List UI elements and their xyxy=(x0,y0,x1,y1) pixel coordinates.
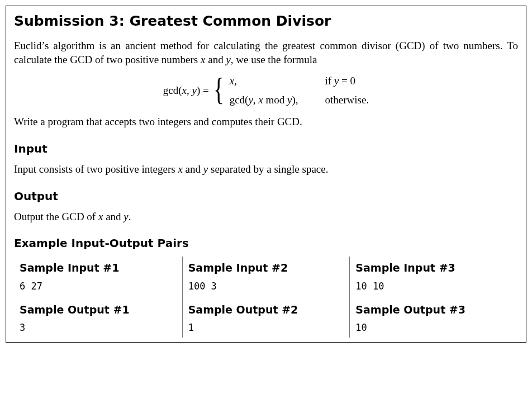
case1-condition: if y = 0 xyxy=(325,74,369,88)
var-x: x xyxy=(230,75,234,87)
input-heading: Input xyxy=(14,141,518,156)
input-text-3: separated by a single space. xyxy=(208,163,328,175)
lhs-comma: , xyxy=(187,84,192,96)
sample-input-label: Sample Input #2 xyxy=(188,261,344,276)
var-y: y xyxy=(203,163,208,175)
output-text-3: . xyxy=(129,211,131,222)
output-heading: Output xyxy=(14,189,518,204)
var-y: y xyxy=(192,84,197,96)
var-x: x xyxy=(178,163,182,175)
sample-input-label: Sample Input #1 xyxy=(20,261,177,276)
case2-condition: otherwise. xyxy=(325,93,369,107)
output-description: Output the GCD of x and y. xyxy=(14,210,518,224)
problem-statement-box: Submission 3: Greatest Common Divisor Eu… xyxy=(6,6,526,343)
var-x: x xyxy=(258,94,263,106)
gcd-func: gcd xyxy=(230,94,245,106)
sample-col-1: Sample Input #1 6 27 Sample Output #1 3 xyxy=(14,257,182,338)
intro-text-3: , we use the formula xyxy=(231,54,317,65)
case1-comma: , xyxy=(234,75,237,87)
gcd-func: gcd xyxy=(163,84,178,96)
samples-table: Sample Input #1 6 27 Sample Output #1 3 … xyxy=(14,257,518,338)
formula-cases: x, if y = 0 gcd(y, x mod y), otherwise. xyxy=(230,74,369,107)
formula: gcd(x, y) = { x, if y = 0 gcd(y, x mod y… xyxy=(163,74,369,107)
var-y: y xyxy=(248,94,253,106)
output-text-1: Output the GCD of xyxy=(14,211,98,222)
sample-output-value: 1 xyxy=(188,321,344,334)
sample-output-value: 3 xyxy=(20,321,177,334)
eq-zero: = 0 xyxy=(339,75,355,87)
var-y: y xyxy=(124,211,128,222)
var-y: y xyxy=(226,54,230,65)
if-text: if xyxy=(325,75,334,87)
paren-close-eq: ) = xyxy=(197,84,209,96)
var-x: x xyxy=(182,84,187,96)
task-line: Write a program that accepts two integer… xyxy=(14,115,518,129)
intro-text-2: and xyxy=(205,54,226,65)
sample-col-2: Sample Input #2 100 3 Sample Output #2 1 xyxy=(182,257,350,338)
sample-input-label: Sample Input #3 xyxy=(355,261,512,276)
sample-output-label: Sample Output #2 xyxy=(188,303,344,317)
sample-input-value: 6 27 xyxy=(20,280,177,293)
formula-block: gcd(x, y) = { x, if y = 0 gcd(y, x mod y… xyxy=(14,74,518,107)
mod-text: mod xyxy=(263,94,287,106)
input-text-1: Input consists of two positive integers xyxy=(14,163,178,175)
sample-output-label: Sample Output #3 xyxy=(355,303,512,317)
brace-icon: { xyxy=(213,74,224,105)
case1-value: x, xyxy=(230,74,298,88)
input-text-2: and xyxy=(183,163,203,175)
sample-input-value: 10 10 xyxy=(355,280,512,293)
sample-input-value: 100 3 xyxy=(188,280,344,293)
case2-value: gcd(y, x mod y), xyxy=(230,93,298,107)
problem-title: Submission 3: Greatest Common Divisor xyxy=(14,12,518,31)
examples-heading: Example Input-Output Pairs xyxy=(14,236,518,251)
sample-output-value: 10 xyxy=(355,321,512,334)
sample-col-3: Sample Input #3 10 10 Sample Output #3 1… xyxy=(350,257,518,338)
output-text-2: and xyxy=(103,211,124,222)
input-description: Input consists of two positive integers … xyxy=(14,162,518,177)
sample-output-label: Sample Output #1 xyxy=(20,303,177,317)
formula-lhs: gcd(x, y) = xyxy=(163,83,209,98)
comma: , xyxy=(253,94,259,106)
paren-close: ), xyxy=(292,94,298,106)
intro-paragraph: Euclid’s algorithm is an ancient method … xyxy=(14,39,518,67)
